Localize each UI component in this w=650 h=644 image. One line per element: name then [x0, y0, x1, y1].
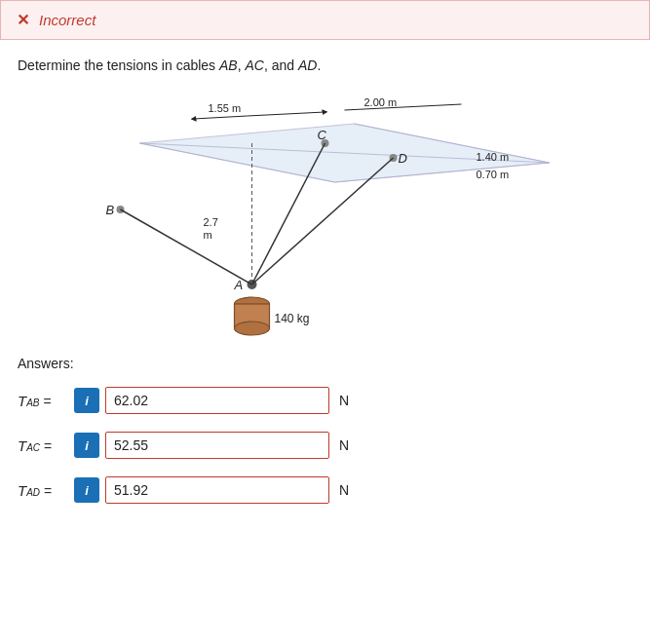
svg-text:2.7: 2.7 — [204, 216, 218, 228]
tad-input[interactable] — [105, 476, 329, 504]
tab-label: TAB = — [18, 393, 68, 409]
svg-text:C: C — [318, 128, 327, 142]
answers-section: Answers: TAB = i N TAC = i N TAD = i N — [0, 356, 650, 504]
svg-text:B: B — [106, 203, 115, 217]
diagram-svg: 1.55 m 2.00 m 1.40 m 0.70 m C D B A 2.7 … — [18, 85, 632, 338]
svg-text:1.55 m: 1.55 m — [209, 102, 242, 114]
svg-line-6 — [194, 116, 248, 119]
svg-text:2.00 m: 2.00 m — [364, 96, 398, 108]
diagram-area: 1.55 m 2.00 m 1.40 m 0.70 m C D B A 2.7 … — [0, 85, 650, 338]
tac-info-button[interactable]: i — [74, 433, 99, 458]
tac-unit: N — [339, 437, 349, 453]
answers-label: Answers: — [18, 356, 632, 371]
tad-row: TAD = i N — [18, 476, 632, 504]
incorrect-banner: ✕ Incorrect — [0, 0, 650, 40]
svg-line-8 — [345, 104, 462, 110]
svg-text:140 kg: 140 kg — [275, 312, 310, 325]
tab-unit: N — [339, 393, 349, 408]
tad-label: TAD = — [18, 482, 68, 499]
svg-text:1.40 m: 1.40 m — [477, 151, 510, 163]
svg-text:A: A — [234, 278, 244, 292]
tab-input[interactable] — [105, 387, 329, 414]
tab-info-button[interactable]: i — [74, 388, 99, 413]
svg-text:D: D — [399, 151, 407, 166]
incorrect-label: Incorrect — [39, 12, 96, 28]
tad-unit: N — [339, 482, 349, 498]
problem-statement: Determine the tensions in cables AB, AC,… — [0, 57, 650, 73]
svg-point-28 — [235, 322, 270, 335]
tac-row: TAC = i N — [18, 432, 632, 459]
tab-row: TAB = i N — [18, 387, 632, 414]
svg-text:0.70 m: 0.70 m — [477, 169, 510, 180]
tad-info-button[interactable]: i — [74, 477, 99, 503]
svg-line-20 — [121, 209, 252, 284]
svg-line-5 — [248, 112, 325, 116]
tac-input[interactable] — [105, 432, 329, 459]
x-icon: ✕ — [17, 11, 29, 29]
svg-text:m: m — [204, 229, 212, 241]
tac-label: TAC = — [18, 437, 68, 454]
